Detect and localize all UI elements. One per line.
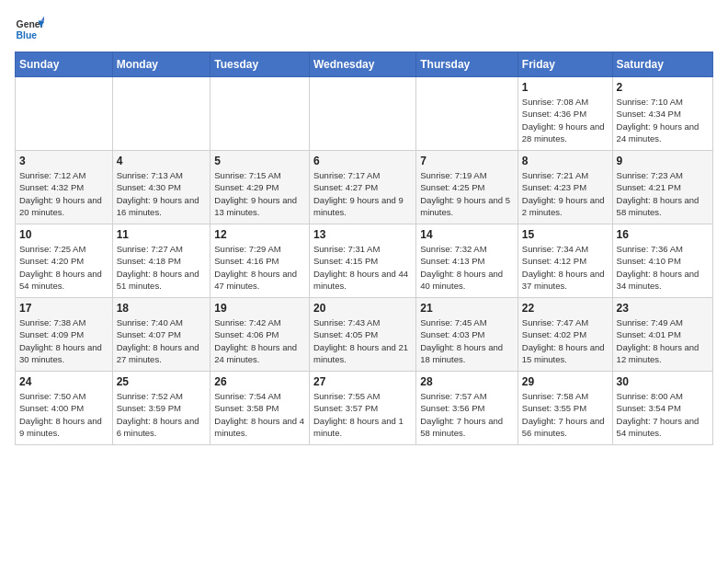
day-number: 16	[617, 228, 709, 241]
day-cell: 10Sunrise: 7:25 AM Sunset: 4:20 PM Dayli…	[16, 224, 113, 298]
weekday-header-sunday: Sunday	[16, 52, 113, 77]
day-info: Sunrise: 7:38 AM Sunset: 4:09 PM Dayligh…	[19, 316, 108, 365]
weekday-header-tuesday: Tuesday	[210, 52, 310, 77]
day-info: Sunrise: 7:31 AM Sunset: 4:15 PM Dayligh…	[313, 243, 412, 292]
day-cell: 7Sunrise: 7:19 AM Sunset: 4:25 PM Daylig…	[416, 151, 518, 224]
day-cell: 20Sunrise: 7:43 AM Sunset: 4:05 PM Dayli…	[310, 298, 416, 372]
day-number: 12	[214, 228, 305, 241]
day-number: 10	[19, 228, 108, 241]
logo: General Blue	[15, 15, 44, 44]
day-number: 30	[617, 375, 709, 388]
day-info: Sunrise: 7:55 AM Sunset: 3:57 PM Dayligh…	[313, 390, 412, 439]
day-info: Sunrise: 7:32 AM Sunset: 4:13 PM Dayligh…	[420, 243, 514, 292]
week-row-5: 24Sunrise: 7:50 AM Sunset: 4:00 PM Dayli…	[16, 372, 713, 445]
calendar-body: 1Sunrise: 7:08 AM Sunset: 4:36 PM Daylig…	[16, 77, 713, 445]
day-info: Sunrise: 7:49 AM Sunset: 4:01 PM Dayligh…	[617, 316, 709, 365]
day-number: 21	[420, 302, 514, 315]
day-cell: 13Sunrise: 7:31 AM Sunset: 4:15 PM Dayli…	[310, 224, 416, 298]
day-info: Sunrise: 7:23 AM Sunset: 4:21 PM Dayligh…	[617, 169, 709, 218]
week-row-2: 3Sunrise: 7:12 AM Sunset: 4:32 PM Daylig…	[16, 151, 713, 224]
day-info: Sunrise: 7:17 AM Sunset: 4:27 PM Dayligh…	[313, 169, 412, 218]
day-cell: 30Sunrise: 8:00 AM Sunset: 3:54 PM Dayli…	[612, 372, 712, 445]
day-number: 4	[117, 155, 207, 167]
day-info: Sunrise: 7:19 AM Sunset: 4:25 PM Dayligh…	[420, 169, 514, 218]
day-number: 24	[19, 375, 108, 388]
day-cell	[16, 77, 113, 151]
day-number: 27	[313, 375, 412, 388]
day-cell: 23Sunrise: 7:49 AM Sunset: 4:01 PM Dayli…	[612, 298, 712, 372]
day-cell: 14Sunrise: 7:32 AM Sunset: 4:13 PM Dayli…	[416, 224, 518, 298]
day-info: Sunrise: 7:57 AM Sunset: 3:56 PM Dayligh…	[420, 390, 514, 439]
day-cell: 17Sunrise: 7:38 AM Sunset: 4:09 PM Dayli…	[16, 298, 113, 372]
day-cell: 1Sunrise: 7:08 AM Sunset: 4:36 PM Daylig…	[518, 77, 612, 151]
day-cell	[210, 77, 310, 151]
day-info: Sunrise: 7:52 AM Sunset: 3:59 PM Dayligh…	[117, 390, 207, 439]
day-info: Sunrise: 7:42 AM Sunset: 4:06 PM Dayligh…	[214, 316, 305, 365]
day-cell: 29Sunrise: 7:58 AM Sunset: 3:55 PM Dayli…	[518, 372, 612, 445]
day-number: 2	[617, 81, 709, 94]
day-cell: 15Sunrise: 7:34 AM Sunset: 4:12 PM Dayli…	[518, 224, 612, 298]
calendar-header: SundayMondayTuesdayWednesdayThursdayFrid…	[16, 52, 713, 77]
day-info: Sunrise: 7:13 AM Sunset: 4:30 PM Dayligh…	[117, 169, 207, 218]
day-info: Sunrise: 7:34 AM Sunset: 4:12 PM Dayligh…	[522, 243, 609, 292]
day-number: 15	[522, 228, 609, 241]
day-cell: 19Sunrise: 7:42 AM Sunset: 4:06 PM Dayli…	[210, 298, 310, 372]
day-cell: 16Sunrise: 7:36 AM Sunset: 4:10 PM Dayli…	[612, 224, 712, 298]
day-cell: 12Sunrise: 7:29 AM Sunset: 4:16 PM Dayli…	[210, 224, 310, 298]
day-cell: 21Sunrise: 7:45 AM Sunset: 4:03 PM Dayli…	[416, 298, 518, 372]
week-row-3: 10Sunrise: 7:25 AM Sunset: 4:20 PM Dayli…	[16, 224, 713, 298]
day-cell: 2Sunrise: 7:10 AM Sunset: 4:34 PM Daylig…	[612, 77, 712, 151]
page-header: General Blue	[15, 15, 713, 44]
day-cell: 18Sunrise: 7:40 AM Sunset: 4:07 PM Dayli…	[112, 298, 210, 372]
day-cell: 4Sunrise: 7:13 AM Sunset: 4:30 PM Daylig…	[112, 151, 210, 224]
logo-icon: General Blue	[15, 15, 44, 44]
weekday-header-monday: Monday	[112, 52, 210, 77]
day-info: Sunrise: 7:36 AM Sunset: 4:10 PM Dayligh…	[617, 243, 709, 292]
weekday-header-thursday: Thursday	[416, 52, 518, 77]
day-number: 9	[617, 155, 709, 167]
day-info: Sunrise: 7:58 AM Sunset: 3:55 PM Dayligh…	[522, 390, 609, 439]
day-number: 11	[117, 228, 207, 241]
day-number: 22	[522, 302, 609, 315]
day-info: Sunrise: 7:08 AM Sunset: 4:36 PM Dayligh…	[522, 96, 609, 144]
day-number: 26	[214, 375, 305, 388]
day-info: Sunrise: 7:27 AM Sunset: 4:18 PM Dayligh…	[117, 243, 207, 292]
weekday-row: SundayMondayTuesdayWednesdayThursdayFrid…	[16, 52, 713, 77]
day-cell: 3Sunrise: 7:12 AM Sunset: 4:32 PM Daylig…	[16, 151, 113, 224]
day-number: 19	[214, 302, 305, 315]
svg-text:Blue: Blue	[17, 30, 38, 40]
day-info: Sunrise: 7:50 AM Sunset: 4:00 PM Dayligh…	[19, 390, 108, 439]
day-number: 13	[313, 228, 412, 241]
day-info: Sunrise: 7:15 AM Sunset: 4:29 PM Dayligh…	[214, 169, 305, 218]
day-number: 5	[214, 155, 305, 167]
day-info: Sunrise: 7:45 AM Sunset: 4:03 PM Dayligh…	[420, 316, 514, 365]
day-number: 23	[617, 302, 709, 315]
weekday-header-saturday: Saturday	[612, 52, 712, 77]
day-number: 14	[420, 228, 514, 241]
day-number: 29	[522, 375, 609, 388]
day-info: Sunrise: 7:47 AM Sunset: 4:02 PM Dayligh…	[522, 316, 609, 365]
day-cell: 9Sunrise: 7:23 AM Sunset: 4:21 PM Daylig…	[612, 151, 712, 224]
day-number: 3	[19, 155, 108, 167]
day-info: Sunrise: 7:29 AM Sunset: 4:16 PM Dayligh…	[214, 243, 305, 292]
day-number: 17	[19, 302, 108, 315]
day-info: Sunrise: 7:12 AM Sunset: 4:32 PM Dayligh…	[19, 169, 108, 218]
day-cell: 26Sunrise: 7:54 AM Sunset: 3:58 PM Dayli…	[210, 372, 310, 445]
day-number: 8	[522, 155, 609, 167]
day-cell: 25Sunrise: 7:52 AM Sunset: 3:59 PM Dayli…	[112, 372, 210, 445]
day-number: 18	[117, 302, 207, 315]
day-number: 20	[313, 302, 412, 315]
day-cell	[112, 77, 210, 151]
week-row-1: 1Sunrise: 7:08 AM Sunset: 4:36 PM Daylig…	[16, 77, 713, 151]
weekday-header-friday: Friday	[518, 52, 612, 77]
weekday-header-wednesday: Wednesday	[310, 52, 416, 77]
day-cell: 5Sunrise: 7:15 AM Sunset: 4:29 PM Daylig…	[210, 151, 310, 224]
day-number: 1	[522, 81, 609, 94]
day-info: Sunrise: 7:40 AM Sunset: 4:07 PM Dayligh…	[117, 316, 207, 365]
day-cell: 28Sunrise: 7:57 AM Sunset: 3:56 PM Dayli…	[416, 372, 518, 445]
day-info: Sunrise: 7:21 AM Sunset: 4:23 PM Dayligh…	[522, 169, 609, 218]
day-cell: 6Sunrise: 7:17 AM Sunset: 4:27 PM Daylig…	[310, 151, 416, 224]
week-row-4: 17Sunrise: 7:38 AM Sunset: 4:09 PM Dayli…	[16, 298, 713, 372]
day-number: 6	[313, 155, 412, 167]
day-info: Sunrise: 8:00 AM Sunset: 3:54 PM Dayligh…	[617, 390, 709, 439]
